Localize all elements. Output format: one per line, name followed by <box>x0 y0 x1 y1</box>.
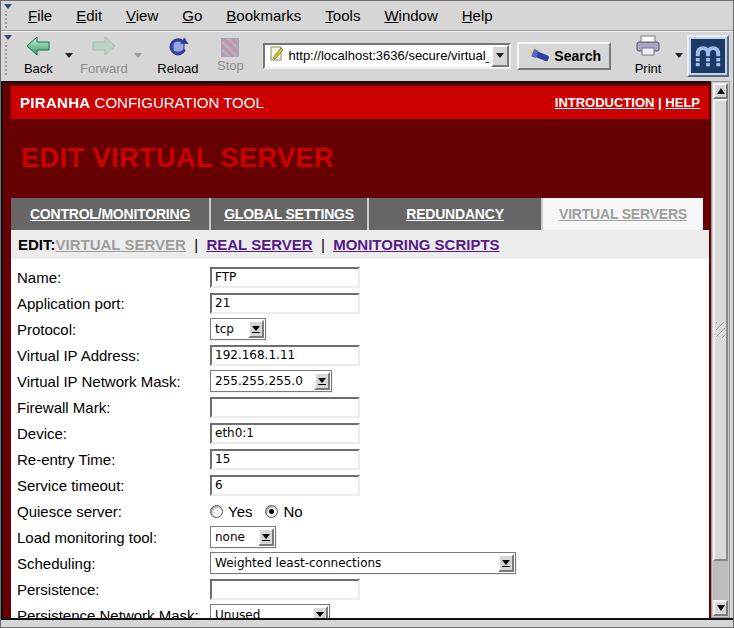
persistence-netmask-value: Unused <box>211 608 311 618</box>
subnav-real-server[interactable]: REAL SERVER <box>206 236 312 253</box>
forward-icon <box>92 36 116 60</box>
protocol-select[interactable]: tcp <box>210 318 266 340</box>
mozilla-logo-button[interactable] <box>687 35 729 77</box>
subnav-monitoring-scripts[interactable]: MONITORING SCRIPTS <box>333 236 499 253</box>
scrollbar-grip-icon <box>716 322 725 338</box>
stop-button[interactable]: Stop <box>207 36 253 75</box>
navigation-toolbar: Back Forward Reload Stop <box>1 31 733 79</box>
scrollbar-thumb[interactable] <box>713 99 728 561</box>
reload-label: Reload <box>157 61 198 76</box>
load-monitoring-select[interactable]: none <box>210 526 276 548</box>
vip-netmask-select[interactable]: 255.255.255.0 <box>210 370 332 392</box>
reload-button[interactable]: Reload <box>154 34 201 78</box>
menu-help[interactable]: Help <box>450 3 505 28</box>
back-icon <box>26 36 50 60</box>
subnav-prefix: EDIT: <box>18 236 56 253</box>
print-group: Print <box>625 33 687 78</box>
url-bar <box>263 43 511 69</box>
scrollbar-track[interactable] <box>713 561 728 600</box>
reload-icon <box>167 36 189 60</box>
persistence-input[interactable] <box>210 579 360 600</box>
device-input[interactable] <box>210 423 360 444</box>
device-label: Device: <box>11 425 210 442</box>
virtual-ip-input[interactable] <box>210 345 360 366</box>
chevron-down-icon <box>258 528 274 546</box>
url-dropdown-button[interactable] <box>491 45 509 67</box>
url-input[interactable] <box>286 48 491 63</box>
menu-view[interactable]: View <box>114 3 170 28</box>
tab-redundancy[interactable]: REDUNDANCY <box>369 198 543 230</box>
field-row-quiesce: Quiesce server: Yes No <box>11 498 709 524</box>
field-row-fwmark: Firewall Mark: <box>11 394 709 420</box>
print-label: Print <box>635 61 662 76</box>
menu-bookmarks[interactable]: Bookmarks <box>214 3 313 28</box>
back-button[interactable]: Back <box>15 34 61 78</box>
scroll-up-arrow-icon[interactable] <box>713 83 728 99</box>
persistence-netmask-select[interactable]: Unused <box>210 604 330 618</box>
field-row-vip: Virtual IP Address: <box>11 342 709 368</box>
menu-window[interactable]: Window <box>372 3 449 28</box>
field-row-port: Application port: <box>11 290 709 316</box>
field-row-reentry: Re-entry Time: <box>11 446 709 472</box>
title-zone: EDIT VIRTUAL SERVER <box>11 119 709 198</box>
menu-file[interactable]: File <box>16 3 64 28</box>
back-dropdown-arrow[interactable] <box>65 53 73 58</box>
help-link[interactable]: HELP <box>665 95 700 110</box>
field-row-persistence-mask: Persistence Network Mask: Unused <box>11 602 709 618</box>
print-button[interactable]: Print <box>625 33 671 78</box>
toolbar-grippy[interactable] <box>3 3 14 28</box>
header-link-separator: | <box>658 95 662 110</box>
subnav-virtual-server[interactable]: VIRTUAL SERVER <box>56 236 186 253</box>
quiesce-yes-radio[interactable] <box>210 505 223 518</box>
chevron-down-icon <box>314 372 330 390</box>
search-label: Search <box>554 48 601 64</box>
tab-global-settings[interactable]: GLOBAL SETTINGS <box>211 198 369 230</box>
application-port-input[interactable] <box>210 293 360 314</box>
stop-icon <box>221 38 239 57</box>
section-tabs: CONTROL/MONITORING GLOBAL SETTINGS REDUN… <box>11 198 709 230</box>
scroll-down-arrow-icon[interactable] <box>713 600 728 616</box>
forward-label: Forward <box>80 61 128 76</box>
menu-tools[interactable]: Tools <box>313 3 372 28</box>
field-row-persistence: Persistence: <box>11 576 709 602</box>
scheduling-select[interactable]: Weighted least-connections <box>210 552 516 574</box>
forward-dropdown-arrow[interactable] <box>134 53 142 58</box>
quiesce-no-label: No <box>283 503 302 520</box>
load-monitoring-value: none <box>211 530 257 544</box>
toolbar-grippy[interactable] <box>3 34 13 77</box>
forward-button[interactable]: Forward <box>77 34 130 78</box>
quiesce-no-radio[interactable] <box>265 505 278 518</box>
chevron-down-icon <box>312 606 328 618</box>
browser-viewport: PIRANHA CONFIGURATION TOOL INTRODUCTION … <box>1 81 713 618</box>
firewall-mark-input[interactable] <box>210 397 360 418</box>
vip-label: Virtual IP Address: <box>11 347 210 364</box>
firewall-mark-label: Firewall Mark: <box>11 399 210 416</box>
protocol-label: Protocol: <box>11 321 210 338</box>
chevron-down-icon <box>498 554 514 572</box>
field-row-name: Name: <box>11 264 709 290</box>
app-title: PIRANHA CONFIGURATION TOOL <box>20 94 264 111</box>
name-input[interactable] <box>210 267 360 288</box>
menu-go[interactable]: Go <box>170 3 214 28</box>
vip-mask-label: Virtual IP Network Mask: <box>11 373 210 390</box>
window-bottom-edge <box>1 618 733 627</box>
service-timeout-input[interactable] <box>210 475 360 496</box>
scheduling-value: Weighted least-connections <box>211 556 497 570</box>
field-row-vip-mask: Virtual IP Network Mask: 255.255.255.0 <box>11 368 709 394</box>
reentry-time-input[interactable] <box>210 449 360 470</box>
print-dropdown-arrow[interactable] <box>675 53 683 58</box>
reentry-time-label: Re-entry Time: <box>11 451 210 468</box>
vertical-scrollbar[interactable] <box>711 81 730 618</box>
field-row-scheduling: Scheduling: Weighted least-connections <box>11 550 709 576</box>
menu-edit[interactable]: Edit <box>64 3 114 28</box>
scheduling-label: Scheduling: <box>11 555 210 572</box>
introduction-link[interactable]: INTRODUCTION <box>555 95 655 110</box>
tab-label: GLOBAL SETTINGS <box>224 206 354 222</box>
tab-control-monitoring[interactable]: CONTROL/MONITORING <box>11 198 211 230</box>
virtual-server-form: Name: Application port: Protocol: tcp Vi… <box>11 259 709 618</box>
edit-subnav: EDIT: VIRTUAL SERVER | REAL SERVER | MON… <box>11 230 709 259</box>
bookmark-page-icon[interactable] <box>269 46 284 65</box>
tab-virtual-servers[interactable]: VIRTUAL SERVERS <box>543 198 703 230</box>
stop-label: Stop <box>217 58 244 73</box>
search-button[interactable]: Search <box>517 42 611 70</box>
